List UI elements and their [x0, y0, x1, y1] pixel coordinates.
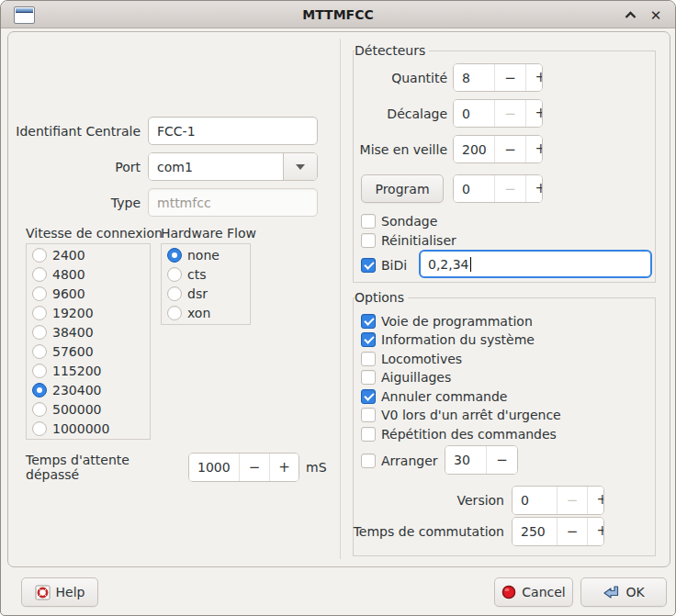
decrement-button[interactable]	[557, 518, 587, 545]
increment-button[interactable]	[525, 136, 542, 162]
program-spinbox[interactable]: 0	[453, 174, 543, 203]
radio-label: 115200	[52, 364, 101, 378]
shade-button[interactable]	[620, 6, 640, 25]
port-dropdown-button[interactable]	[283, 153, 317, 180]
repetition-commandes-checkbox-row[interactable]: Répétition des commandes	[361, 426, 557, 442]
checkbox-label: Arranger	[381, 454, 438, 468]
checkbox-icon[interactable]	[361, 332, 376, 347]
mise-en-veille-spinbox[interactable]: 200	[453, 135, 543, 163]
annuler-commande-checkbox-row[interactable]: Annuler commande	[361, 388, 507, 404]
radio-option-19200[interactable]: 19200	[32, 305, 151, 320]
radio-option-9600[interactable]: 9600	[32, 286, 151, 301]
radio-label: 19200	[52, 306, 94, 320]
increment-button[interactable]	[525, 100, 542, 127]
radio-option-38400[interactable]: 38400	[32, 324, 151, 340]
version-value[interactable]: 0	[513, 487, 557, 514]
window-title: MTTMFCC	[1, 1, 675, 28]
decrement-button[interactable]	[494, 136, 525, 162]
help-button[interactable]: Help	[21, 577, 98, 607]
timeout-value[interactable]: 1000	[189, 454, 239, 481]
radio-icon[interactable]	[167, 267, 182, 282]
increment-button[interactable]	[587, 487, 603, 514]
radio-option-57600[interactable]: 57600	[32, 343, 151, 359]
decrement-button[interactable]	[239, 454, 269, 481]
voie-programmation-checkbox-row[interactable]: Voie de programmation	[361, 313, 533, 329]
arranger-spinbox[interactable]: 30	[445, 445, 518, 475]
radio-option-2400[interactable]: 2400	[32, 247, 151, 263]
port-combobox[interactable]: com1	[148, 152, 318, 181]
radio-option-xon[interactable]: xon	[167, 306, 251, 321]
locomotives-checkbox-row[interactable]: Locomotives	[361, 351, 462, 366]
radio-icon[interactable]	[167, 306, 182, 320]
checkbox-icon[interactable]	[361, 370, 376, 385]
checkbox-icon[interactable]	[361, 352, 376, 366]
radio-option-cts[interactable]: cts	[167, 266, 251, 282]
radio-option-none[interactable]: none	[167, 247, 251, 263]
radio-option-dsr[interactable]: dsr	[167, 286, 251, 302]
timeout-spinbox[interactable]: 1000 +	[188, 453, 299, 482]
program-button[interactable]: Program	[361, 174, 444, 203]
radio-icon[interactable]	[32, 364, 47, 378]
radio-icon[interactable]	[32, 344, 47, 359]
radio-label: 4800	[52, 267, 85, 282]
hardware-radio-group: none cts dsr xon	[161, 243, 251, 325]
radio-option-115200[interactable]: 115200	[32, 363, 151, 378]
quantite-spinbox[interactable]: 8	[453, 63, 543, 92]
increment-button[interactable]: +	[269, 454, 299, 481]
radio-icon[interactable]	[32, 267, 47, 282]
decrement-button[interactable]	[486, 446, 517, 474]
bidi-checkbox-row[interactable]: BiDi	[361, 257, 407, 273]
increment-button[interactable]	[525, 175, 542, 202]
checkbox-icon[interactable]	[361, 314, 376, 329]
checkbox-icon[interactable]	[361, 389, 376, 404]
sondage-checkbox-row[interactable]: Sondage	[361, 213, 437, 229]
radio-icon[interactable]	[32, 402, 47, 417]
close-button[interactable]	[646, 6, 666, 25]
checkbox-icon[interactable]	[361, 233, 376, 248]
timeout-unit-label: mS	[306, 453, 337, 482]
commutation-spinbox[interactable]: 250	[512, 517, 604, 546]
checkbox-icon[interactable]	[361, 214, 376, 229]
checkbox-label: Locomotives	[381, 352, 462, 366]
ok-button[interactable]: OK	[580, 577, 667, 607]
radio-option-230400[interactable]: 230400	[32, 382, 151, 398]
decrement-button[interactable]	[494, 64, 525, 91]
quantite-value[interactable]: 8	[454, 64, 494, 91]
program-value[interactable]: 0	[454, 175, 494, 202]
reinitialiser-checkbox-row[interactable]: Réinitialiser	[361, 232, 456, 248]
titlebar[interactable]: MTTMFCC	[1, 1, 675, 28]
radio-icon[interactable]	[32, 383, 47, 398]
arranger-value[interactable]: 30	[445, 446, 486, 474]
dropdown-arrow-icon	[296, 164, 305, 170]
commutation-value[interactable]: 250	[513, 518, 557, 545]
mise-en-veille-value[interactable]: 200	[454, 136, 494, 162]
radio-icon[interactable]	[32, 421, 47, 436]
port-value[interactable]: com1	[149, 153, 283, 180]
radio-icon[interactable]	[167, 286, 182, 301]
checkbox-icon[interactable]	[361, 408, 376, 422]
checkbox-icon[interactable]	[361, 427, 376, 442]
cancel-button[interactable]: Cancel	[494, 577, 573, 607]
radio-icon[interactable]	[32, 325, 47, 340]
radio-icon[interactable]	[167, 248, 182, 263]
aiguillages-checkbox-row[interactable]: Aiguillages	[361, 369, 451, 385]
radio-icon[interactable]	[32, 248, 47, 263]
increment-button[interactable]	[525, 64, 542, 91]
decalage-spinbox[interactable]: 0	[453, 99, 543, 128]
version-spinbox[interactable]: 0	[512, 486, 604, 515]
increment-button[interactable]	[587, 518, 603, 545]
radio-option-1000000[interactable]: 1000000	[32, 420, 151, 436]
radio-icon[interactable]	[32, 306, 47, 320]
decalage-value[interactable]: 0	[454, 100, 494, 127]
checkbox-icon[interactable]	[361, 258, 376, 273]
radio-icon[interactable]	[32, 286, 47, 301]
radio-option-4800[interactable]: 4800	[32, 266, 151, 282]
timeout-label: Temps d'attente dépassé	[26, 453, 184, 482]
information-systeme-checkbox-row[interactable]: Information du système	[361, 331, 535, 347]
v0-arret-urgence-checkbox-row[interactable]: V0 lors d'un arrêt d'urgence	[361, 407, 561, 422]
identifiant-input[interactable]: FCC-1	[148, 117, 318, 145]
checkbox-icon[interactable]	[361, 454, 376, 468]
bidi-input[interactable]: 0,2,34	[419, 250, 652, 278]
arranger-checkbox-row[interactable]: Arranger	[361, 453, 438, 468]
radio-option-500000[interactable]: 500000	[32, 401, 151, 417]
